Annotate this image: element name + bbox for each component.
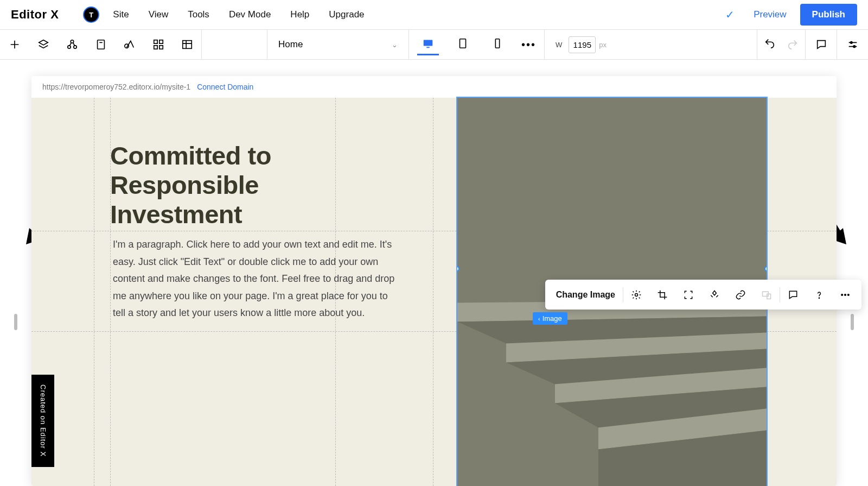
pages-button[interactable]	[86, 30, 115, 59]
focal-point-button[interactable]	[675, 280, 701, 310]
selection-breadcrumb-chip[interactable]: ‹ Image	[533, 312, 567, 325]
editor-stage: https://trevorpomeroy752.editorx.io/mysi…	[0, 60, 868, 486]
link-button[interactable]	[727, 280, 754, 310]
redo-button[interactable]	[787, 30, 799, 59]
brand-logo: Editor X	[11, 8, 59, 22]
publish-button[interactable]: Publish	[800, 4, 857, 26]
url-bar: https://trevorpomeroy752.editorx.io/mysi…	[31, 76, 837, 98]
svg-rect-10	[424, 40, 433, 46]
page-selector-label: Home	[278, 39, 303, 50]
undo-button[interactable]	[764, 37, 776, 52]
menu-view[interactable]: View	[149, 9, 169, 20]
svg-point-13	[850, 42, 852, 44]
grid-guide	[94, 98, 94, 486]
more-button[interactable]	[832, 280, 858, 310]
help-button[interactable]	[806, 280, 832, 310]
breakpoint-group: •••	[409, 30, 544, 59]
width-input[interactable]	[569, 36, 596, 53]
svg-rect-7	[154, 46, 157, 49]
menu-upgrade[interactable]: Upgrade	[329, 9, 364, 20]
comments-button[interactable]	[805, 30, 837, 59]
canvas-resize-handle-left[interactable]	[14, 314, 17, 330]
connect-domain-link[interactable]: Connect Domain	[197, 83, 253, 91]
image-settings-button[interactable]	[623, 280, 649, 310]
svg-rect-12	[495, 39, 499, 48]
top-menubar: Editor X T Site View Tools Dev Mode Help…	[0, 0, 868, 30]
svg-rect-3	[97, 40, 104, 49]
hero-paragraph[interactable]: I'm a paragraph. Click here to add your …	[113, 236, 400, 322]
grid-guide	[433, 98, 433, 486]
menu-help[interactable]: Help	[290, 9, 309, 20]
theme-button[interactable]	[115, 30, 144, 59]
svg-point-31	[848, 294, 850, 295]
svg-rect-5	[154, 40, 157, 43]
svg-rect-11	[460, 39, 466, 48]
menu-dev-mode[interactable]: Dev Mode	[229, 9, 271, 20]
avatar[interactable]: T	[83, 7, 99, 23]
page-selector[interactable]: Home ⌄	[267, 30, 409, 59]
breakpoint-mobile[interactable]	[487, 34, 508, 55]
svg-point-30	[845, 294, 846, 295]
autosave-check-icon: ✓	[725, 8, 735, 21]
svg-point-25	[635, 293, 638, 296]
svg-point-28	[819, 298, 819, 298]
cms-button[interactable]	[173, 30, 201, 59]
svg-point-14	[853, 46, 855, 48]
apps-button[interactable]	[144, 30, 173, 59]
svg-point-29	[841, 294, 843, 295]
svg-rect-6	[159, 40, 162, 43]
svg-rect-16	[457, 98, 767, 303]
menu-site[interactable]: Site	[113, 9, 129, 20]
chevron-down-icon: ⌄	[392, 41, 398, 49]
width-control: W px	[545, 30, 617, 59]
main-menu: Site View Tools Dev Mode Help Upgrade	[113, 9, 364, 20]
masters-button[interactable]	[58, 30, 86, 59]
svg-point-0	[71, 40, 74, 43]
preview-link[interactable]: Preview	[754, 9, 786, 20]
layers-button[interactable]	[29, 30, 58, 59]
created-on-editorx-badge: Created on Editor X	[31, 375, 54, 467]
image-floating-toolbar: Change Image	[545, 280, 861, 310]
animation-button[interactable]	[701, 280, 727, 310]
image-comments-button[interactable]	[780, 280, 806, 310]
site-url: https://trevorpomeroy752.editorx.io/mysi…	[42, 83, 190, 91]
canvas-resize-handle-right[interactable]	[851, 314, 854, 330]
breadcrumb-label: Image	[542, 314, 562, 323]
width-unit: px	[599, 41, 607, 49]
hero-heading[interactable]: Committed toResponsibleInvestment	[110, 141, 271, 229]
breakpoint-desktop[interactable]	[417, 34, 439, 55]
svg-point-2	[73, 46, 76, 49]
add-element-button[interactable]	[0, 30, 29, 59]
width-label: W	[556, 41, 562, 49]
crop-button[interactable]	[649, 280, 675, 310]
settings-button[interactable]	[837, 30, 868, 59]
resize-handle-right[interactable]	[764, 266, 767, 272]
change-image-button[interactable]: Change Image	[548, 280, 623, 310]
svg-rect-8	[159, 46, 162, 49]
responsive-button[interactable]	[754, 280, 780, 310]
chevron-left-icon: ‹	[538, 315, 540, 322]
toolbar: Home ⌄ ••• W px	[0, 30, 868, 60]
svg-point-1	[67, 46, 71, 49]
menu-tools[interactable]: Tools	[188, 9, 209, 20]
svg-rect-9	[182, 41, 192, 49]
breakpoint-more[interactable]: •••	[521, 39, 536, 51]
breakpoint-tablet[interactable]	[452, 34, 474, 55]
